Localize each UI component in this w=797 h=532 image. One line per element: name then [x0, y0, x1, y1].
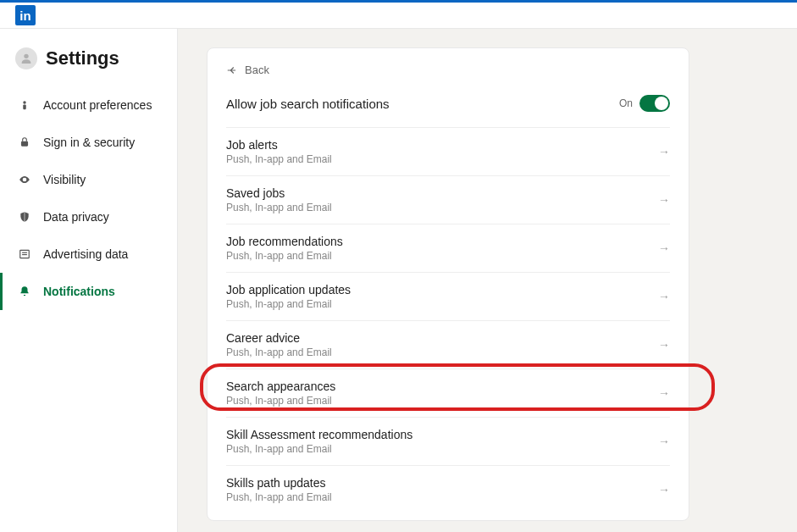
sidebar-item-account-preferences[interactable]: Account preferences	[0, 86, 177, 124]
row-title: Saved jobs	[226, 186, 332, 200]
row-saved-jobs[interactable]: Saved jobs Push, In-app and Email →	[226, 175, 670, 224]
toggle-state-label: On	[619, 97, 633, 109]
svg-rect-3	[21, 141, 28, 147]
row-sub: Push, In-app and Email	[226, 250, 343, 262]
bell-icon	[18, 285, 31, 298]
sidebar-header: Settings	[0, 47, 177, 86]
chevron-right-icon: →	[658, 145, 670, 158]
svg-rect-2	[23, 104, 26, 109]
row-sub: Push, In-app and Email	[226, 298, 351, 310]
linkedin-logo[interactable]: in	[15, 5, 36, 25]
sidebar-item-label: Sign in & security	[43, 136, 135, 149]
row-sub: Push, In-app and Email	[226, 346, 332, 358]
row-title: Search appearances	[226, 380, 335, 393]
arrow-left-icon	[226, 64, 238, 76]
sidebar-item-visibility[interactable]: Visibility	[0, 161, 177, 198]
row-sub: Push, In-app and Email	[226, 491, 332, 503]
row-skills-path-updates[interactable]: Skills path updates Push, In-app and Ema…	[226, 465, 670, 513]
sidebar-item-label: Advertising data	[43, 247, 128, 261]
sidebar-item-label: Visibility	[43, 173, 86, 186]
row-career-advice[interactable]: Career advice Push, In-app and Email →	[226, 320, 670, 369]
lock-icon	[18, 136, 31, 149]
eye-icon	[18, 173, 31, 186]
back-button[interactable]: Back	[226, 64, 670, 76]
row-sub: Push, In-app and Email	[226, 395, 335, 407]
row-job-alerts[interactable]: Job alerts Push, In-app and Email →	[226, 127, 670, 175]
sidebar: Settings Account preferences Sign in & s…	[0, 29, 178, 532]
row-sub: Push, In-app and Email	[226, 202, 332, 213]
shield-icon	[18, 210, 31, 224]
main: Back Allow job search notifications On J…	[178, 29, 797, 532]
row-title: Job alerts	[226, 138, 332, 152]
toggle-title: Allow job search notifications	[226, 97, 390, 111]
row-title: Skills path updates	[226, 476, 332, 490]
sidebar-item-label: Notifications	[43, 285, 115, 298]
topbar: in	[0, 0, 797, 29]
toggle-control: On	[619, 95, 670, 112]
avatar	[15, 47, 37, 69]
row-title: Job recommendations	[226, 235, 343, 248]
chevron-right-icon: →	[658, 290, 670, 303]
person-icon	[18, 98, 31, 112]
layout: Settings Account preferences Sign in & s…	[0, 29, 797, 532]
back-label: Back	[245, 64, 269, 76]
row-title: Career advice	[226, 331, 332, 345]
svg-point-1	[23, 101, 26, 104]
sidebar-item-label: Account preferences	[43, 98, 152, 112]
sidebar-item-label: Data privacy	[43, 210, 109, 224]
page-title: Settings	[46, 47, 119, 69]
row-title: Job application updates	[226, 283, 351, 296]
sidebar-item-data-privacy[interactable]: Data privacy	[0, 198, 177, 236]
settings-card: Back Allow job search notifications On J…	[207, 47, 689, 521]
chevron-right-icon: →	[658, 435, 670, 448]
newspaper-icon	[18, 247, 31, 261]
chevron-right-icon: →	[658, 338, 670, 352]
row-search-appearances[interactable]: Search appearances Push, In-app and Emai…	[226, 369, 670, 417]
sidebar-item-advertising-data[interactable]: Advertising data	[0, 236, 177, 273]
row-sub: Push, In-app and Email	[226, 153, 332, 165]
row-sub: Push, In-app and Email	[226, 443, 412, 455]
row-job-recommendations[interactable]: Job recommendations Push, In-app and Ema…	[226, 224, 670, 272]
sidebar-item-notifications[interactable]: Notifications	[0, 273, 177, 310]
allow-notifications-row: Allow job search notifications On	[226, 95, 670, 112]
svg-point-0	[24, 54, 28, 58]
chevron-right-icon: →	[658, 193, 670, 207]
row-title: Skill Assessment recommendations	[226, 428, 412, 441]
chevron-right-icon: →	[658, 386, 670, 400]
chevron-right-icon: →	[658, 483, 670, 496]
sidebar-item-signin-security[interactable]: Sign in & security	[0, 124, 177, 161]
row-job-application-updates[interactable]: Job application updates Push, In-app and…	[226, 272, 670, 320]
chevron-right-icon: →	[658, 241, 670, 255]
toggle-switch[interactable]	[639, 95, 670, 112]
row-skill-assessment-recommendations[interactable]: Skill Assessment recommendations Push, I…	[226, 417, 670, 465]
